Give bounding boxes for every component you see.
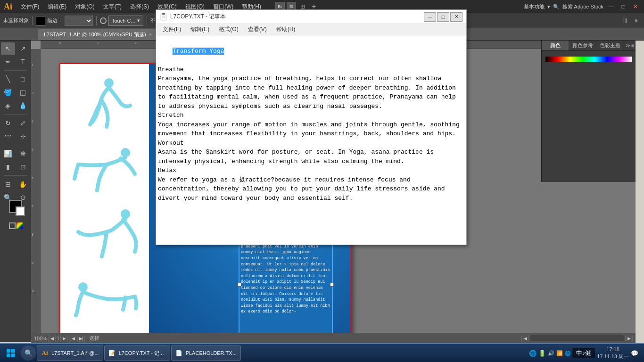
hand-tool[interactable]: ✋: [16, 178, 30, 190]
tool-row-paint: 🪣 ◫: [1, 86, 30, 99]
select-tool[interactable]: ↖: [1, 42, 15, 55]
panel-divider-1: [4, 70, 27, 71]
minimize-icon[interactable]: ─: [606, 2, 616, 11]
ruler-mark-v: 1: [32, 63, 33, 66]
scroll-right-button[interactable]: ▶: [625, 335, 633, 342]
zoom-decrease-button[interactable]: ◀: [48, 335, 56, 342]
type-tool[interactable]: T: [16, 56, 30, 68]
pen-tool[interactable]: ✒: [1, 56, 15, 68]
column-graph-tool[interactable]: ▮: [1, 161, 15, 173]
tray-icon-5: 🌐: [565, 351, 570, 356]
scroll-left-button[interactable]: ◀: [521, 335, 529, 342]
np-menu-help[interactable]: 帮助(H): [272, 25, 300, 34]
taskbar-ai-label: L7START_1.AI* @...: [51, 350, 99, 356]
taskbar-time: 17:18 17.11.13 周一: [597, 346, 629, 361]
notepad-title: L7COPY.TXT - 记事本: [170, 13, 421, 21]
tab-close-icon[interactable]: ×: [149, 32, 152, 37]
color-spectrum-bar[interactable]: [545, 57, 632, 62]
ruler-mark-v: 10: [32, 289, 35, 293]
direct-select-tool[interactable]: ↗: [16, 42, 30, 55]
np-menu-edit[interactable]: 编辑(E): [186, 25, 214, 34]
menu-object[interactable]: 对象(O): [71, 2, 98, 12]
notepad-minimize-button[interactable]: ─: [424, 12, 436, 22]
date-display: 17.11.13 周一: [597, 353, 629, 360]
taskbar-placeholder-button[interactable]: 📄 PLACEHOLDER.TX...: [171, 346, 241, 361]
touch-dropdown-arrow: ▾: [137, 17, 140, 24]
yoga-figure-3: [69, 205, 144, 261]
taskbar-ai-button[interactable]: Ai L7START_1.AI* @...: [37, 346, 103, 361]
workspace-dropdown-icon[interactable]: ▾: [547, 4, 550, 10]
blend-tool[interactable]: ◈: [1, 99, 15, 112]
close-icon[interactable]: ✕: [631, 2, 640, 11]
start-button[interactable]: [2, 344, 20, 362]
horizontal-scrollbar[interactable]: [530, 335, 624, 341]
menu-file[interactable]: 文件(F): [17, 2, 43, 12]
stroke-label: 描边：: [47, 17, 63, 24]
maximize-icon[interactable]: □: [619, 2, 628, 11]
notification-icon[interactable]: 💬: [631, 350, 638, 357]
panel-expand-icon[interactable]: ≫: [626, 43, 630, 48]
menu-select[interactable]: 选择(S): [126, 2, 153, 12]
svg-rect-11: [7, 354, 10, 357]
notepad-taskbar-icon: 📝: [108, 349, 116, 357]
notepad-content[interactable]: Transform Yoga Breathe Pranayama, the yo…: [156, 35, 466, 245]
paint-bucket[interactable]: 🪣: [1, 86, 15, 99]
tool-row-column: ▮ ⊡: [1, 161, 30, 173]
panel-tabs: 颜色 颜色参考 色彩主题 ≫ ≡: [542, 41, 636, 51]
symbol-tool[interactable]: ❋: [16, 148, 30, 160]
taskbar-search-button[interactable]: 🔍: [21, 346, 36, 361]
notepad-maximize-button[interactable]: □: [437, 12, 449, 22]
gradient-tool[interactable]: ◫: [16, 86, 30, 99]
app-logo: Ai: [4, 2, 12, 12]
more-options-icon[interactable]: ≡: [632, 16, 641, 25]
touch-dropdown[interactable]: Touch C... ▾: [108, 16, 143, 26]
np-menu-file[interactable]: 文件(F): [158, 25, 186, 34]
nav-last-button[interactable]: ▶|: [77, 335, 85, 342]
menu-text[interactable]: 文字(T): [99, 2, 125, 12]
ime-indicator[interactable]: 中♪健: [572, 348, 595, 358]
tab-label: L7START_1.AI* @ 100% (CMYK/GPU 预选): [44, 31, 146, 38]
graph-tool[interactable]: 📊: [1, 148, 15, 160]
nav-first-button[interactable]: |◀: [69, 335, 76, 342]
tab-color[interactable]: 颜色: [542, 41, 569, 50]
brush-type-select[interactable]: ─ ─: [65, 16, 93, 26]
np-menu-view[interactable]: 查看(V): [243, 25, 272, 34]
menu-edit[interactable]: 编辑(E): [44, 2, 70, 12]
line-tool[interactable]: ╲: [1, 73, 15, 85]
ruler-mark-v: 8: [32, 233, 33, 236]
np-menu-format[interactable]: 格式(O): [214, 25, 243, 34]
no-color-box[interactable]: [9, 222, 16, 229]
eyedropper-tool[interactable]: 💧: [16, 99, 30, 112]
taskbar-notepad-button[interactable]: 📝 L7COPY.TXT - 记...: [104, 346, 170, 361]
tray-icon-2: 🔋: [538, 350, 546, 357]
spectrum-icon[interactable]: [17, 222, 23, 229]
free-transform-tool[interactable]: ⊹: [16, 130, 30, 142]
tray-icon-1: 🌐: [529, 350, 537, 357]
align-icon[interactable]: |||: [620, 16, 630, 25]
ruler-mark-v: 7: [32, 205, 33, 208]
tool-row-graph: 📊 ❋: [1, 148, 30, 160]
scale-tool[interactable]: ⤢: [16, 117, 30, 129]
yoga-figure-4: [69, 273, 144, 320]
tray-icon-3: 🔊: [548, 350, 554, 356]
panel-menu-icon[interactable]: ≡: [631, 43, 634, 48]
tab-color-theme[interactable]: 色彩主题: [597, 41, 624, 50]
warp-tool[interactable]: 〰: [1, 130, 15, 142]
zoom-increase-button[interactable]: ▶: [60, 335, 68, 342]
tool-row-artboard: ⊟ ✋: [1, 178, 30, 190]
tab-color-guide[interactable]: 颜色参考: [569, 41, 596, 50]
slice-tool[interactable]: ⊡: [16, 161, 30, 173]
search-label[interactable]: 搜索 Adobe Stock: [562, 3, 603, 10]
toolbar-divider-1: [32, 16, 33, 25]
rotate-tool[interactable]: ↻: [1, 117, 15, 129]
stroke-color-indicator[interactable]: [16, 206, 25, 216]
artboard-tool[interactable]: ⊟: [1, 178, 15, 190]
svg-rect-12: [11, 354, 15, 357]
notepad-close-button[interactable]: ✕: [450, 12, 462, 22]
rect-tool[interactable]: □: [16, 73, 30, 85]
document-tab[interactable]: L7START_1.AI* @ 100% (CMYK/GPU 预选) ×: [38, 29, 158, 40]
tool-row-warp: 〰 ⊹: [1, 130, 30, 142]
svg-rect-10: [11, 349, 15, 353]
tool-row-line: ╲ □: [1, 73, 30, 85]
stroke-color-box[interactable]: [36, 16, 45, 25]
